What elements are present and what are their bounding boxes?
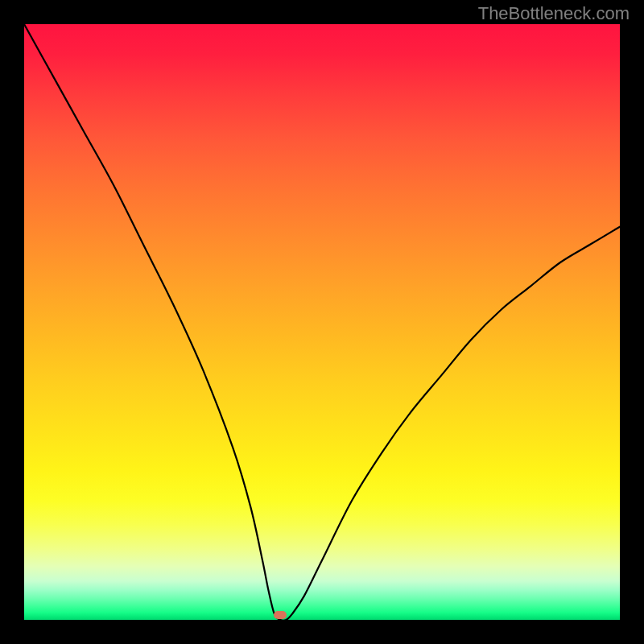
plot-area xyxy=(24,24,620,620)
bottleneck-curve xyxy=(24,24,620,620)
bottleneck-marker xyxy=(274,611,287,619)
curve-svg xyxy=(24,24,620,620)
watermark-text: TheBottleneck.com xyxy=(478,3,630,24)
